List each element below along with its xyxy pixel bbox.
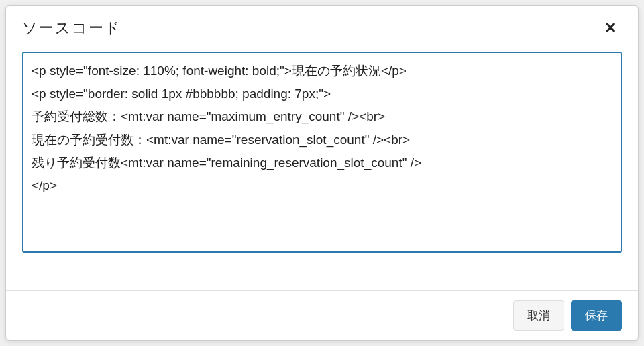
close-icon: ✕ bbox=[604, 19, 616, 36]
dialog-footer: 取消 保存 bbox=[6, 290, 638, 340]
source-code-textarea[interactable] bbox=[22, 52, 622, 253]
close-button[interactable]: ✕ bbox=[599, 18, 622, 38]
save-button[interactable]: 保存 bbox=[571, 300, 622, 331]
dialog-body bbox=[6, 46, 638, 290]
dialog-title: ソースコード bbox=[22, 18, 121, 38]
source-code-dialog: ソースコード ✕ 取消 保存 bbox=[5, 5, 639, 341]
dialog-header: ソースコード ✕ bbox=[6, 6, 638, 46]
cancel-button[interactable]: 取消 bbox=[513, 300, 564, 331]
